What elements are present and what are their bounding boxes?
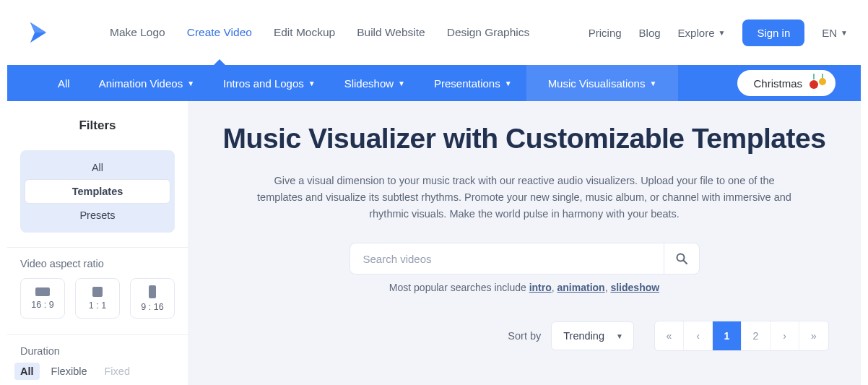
play-logo-icon <box>25 20 51 46</box>
cat-presentations[interactable]: Presentations▼ <box>420 65 526 101</box>
category-bar: All Animation Videos▼ Intros and Logos▼ … <box>7 65 861 101</box>
popular-animation[interactable]: animation <box>557 282 605 293</box>
nav-make-logo[interactable]: Make Logo <box>110 26 165 39</box>
nav-explore[interactable]: Explore▼ <box>678 27 726 39</box>
page-title: Music Visualizer with Customizable Templ… <box>220 121 829 157</box>
popular-intro[interactable]: intro <box>529 282 552 293</box>
nav-design-graphics[interactable]: Design Graphics <box>447 26 530 39</box>
landscape-icon <box>35 287 50 296</box>
chevron-down-icon: ▼ <box>649 79 656 87</box>
chevron-down-icon: ▼ <box>841 29 848 37</box>
sort-label: Sort by <box>508 330 541 342</box>
portrait-icon <box>149 285 156 298</box>
chevron-down-icon: ▼ <box>398 79 405 87</box>
nav-edit-mockup[interactable]: Edit Mockup <box>274 26 335 39</box>
page-next[interactable]: › <box>771 321 799 350</box>
filter-tab-presets[interactable]: Presets <box>25 204 170 227</box>
ratio-1-1[interactable]: 1 : 1 <box>75 278 120 319</box>
search-button[interactable] <box>664 243 700 274</box>
duration-all[interactable]: All <box>14 363 40 380</box>
signin-button[interactable]: Sign in <box>742 20 804 46</box>
sort-select[interactable]: Trending ▼ <box>551 321 634 350</box>
ratio-9-16[interactable]: 9 : 16 <box>130 278 175 319</box>
duration-label: Duration <box>20 345 175 357</box>
cat-slideshow[interactable]: Slideshow▼ <box>330 65 420 101</box>
logo[interactable] <box>23 18 52 47</box>
cat-music-visualisations[interactable]: Music Visualisations▼ <box>526 65 679 101</box>
ratio-16-9[interactable]: 16 : 9 <box>20 278 65 319</box>
content-area: Filters All Templates Presets Video aspe… <box>7 101 861 385</box>
caret-down-icon: ▼ <box>616 332 623 340</box>
search-bar <box>220 243 829 274</box>
cat-intros-logos[interactable]: Intros and Logos▼ <box>209 65 330 101</box>
lang-select[interactable]: EN▼ <box>822 27 848 39</box>
search-icon <box>676 253 687 264</box>
svg-point-3 <box>819 78 826 85</box>
cat-all[interactable]: All <box>43 65 84 101</box>
popular-slideshow[interactable]: slideshow <box>610 282 659 293</box>
ornament-icon <box>810 74 828 92</box>
cat-animation-videos[interactable]: Animation Videos▼ <box>84 65 209 101</box>
page-prev[interactable]: ‹ <box>684 321 713 350</box>
chevron-down-icon: ▼ <box>187 79 194 87</box>
svg-point-2 <box>810 80 818 89</box>
aspect-ratio-label: Video aspect ratio <box>20 258 175 269</box>
duration-fixed[interactable]: Fixed <box>105 365 130 377</box>
primary-nav: Make Logo Create Video Edit Mockup Build… <box>110 26 529 39</box>
duration-options: All Flexible Fixed <box>20 365 175 381</box>
pagination: « ‹ 1 2 › » <box>654 321 829 351</box>
divider <box>7 247 188 248</box>
sort-control: Sort by Trending ▼ <box>508 321 634 350</box>
secondary-nav: Pricing Blog Explore▼ Sign in EN▼ <box>589 20 848 46</box>
page-1[interactable]: 1 <box>713 321 742 350</box>
popular-searches: Most popular searches include intro, ani… <box>220 282 829 293</box>
nav-blog[interactable]: Blog <box>639 27 661 39</box>
search-input[interactable] <box>350 243 664 274</box>
divider <box>7 334 188 335</box>
nav-create-video[interactable]: Create Video <box>187 26 252 39</box>
filters-sidebar: Filters All Templates Presets Video aspe… <box>7 101 188 385</box>
top-nav: Make Logo Create Video Edit Mockup Build… <box>0 0 868 65</box>
svg-line-5 <box>683 261 687 264</box>
nav-pricing[interactable]: Pricing <box>589 27 622 39</box>
list-controls: Sort by Trending ▼ « ‹ 1 2 › » <box>220 321 829 351</box>
chevron-down-icon: ▼ <box>505 79 512 87</box>
nav-build-website[interactable]: Build Website <box>357 26 425 39</box>
page-last[interactable]: » <box>799 321 828 350</box>
aspect-ratio-options: 16 : 9 1 : 1 9 : 16 <box>20 278 175 319</box>
page-description: Give a visual dimension to your music tr… <box>257 173 791 223</box>
chevron-down-icon: ▼ <box>718 29 725 37</box>
filters-title: Filters <box>20 118 175 133</box>
filter-type-tabs: All Templates Presets <box>20 150 175 233</box>
page-first[interactable]: « <box>655 321 684 350</box>
filter-tab-all[interactable]: All <box>25 156 170 179</box>
square-icon <box>92 287 103 297</box>
filter-tab-templates[interactable]: Templates <box>25 179 170 204</box>
christmas-button[interactable]: Christmas <box>737 70 836 96</box>
chevron-down-icon: ▼ <box>308 79 316 87</box>
page-2[interactable]: 2 <box>742 321 771 350</box>
duration-flexible[interactable]: Flexible <box>51 365 87 377</box>
main-column: Music Visualizer with Customizable Templ… <box>188 101 861 385</box>
